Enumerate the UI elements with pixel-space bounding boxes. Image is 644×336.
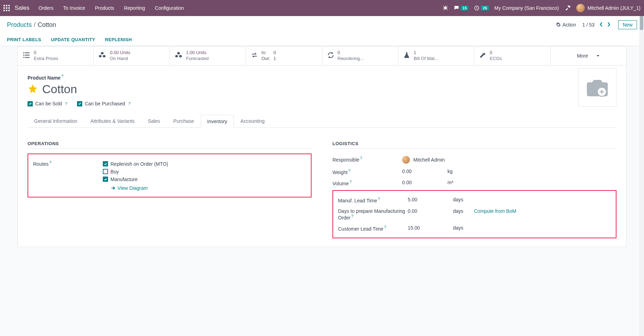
svg-rect-12: [25, 53, 30, 53]
stat-ecos[interactable]: 0ECOs: [474, 46, 550, 65]
help-icon[interactable]: ?: [351, 214, 353, 218]
apps-icon[interactable]: [3, 5, 10, 11]
tab-purchase[interactable]: Purchase: [167, 114, 200, 127]
help-icon[interactable]: ?: [65, 102, 67, 106]
form-card: Product Name? Cotton Can be Sold? Can be…: [17, 66, 627, 247]
menu-products[interactable]: Products: [95, 5, 114, 11]
can-be-purchased-checkbox[interactable]: Can be Purchased?: [77, 101, 130, 106]
tab-accounting[interactable]: Accounting: [234, 114, 271, 127]
tab-inventory[interactable]: Inventory: [201, 115, 234, 128]
chat-icon: [454, 5, 459, 11]
help-icon[interactable]: ?: [360, 156, 362, 160]
stat-extra-prices[interactable]: 0Extra Prices: [18, 46, 94, 65]
product-name[interactable]: Cotton: [42, 82, 77, 96]
app-brand[interactable]: Sales: [15, 5, 30, 12]
user-name: Mitchell Admin (JULY_1): [588, 5, 641, 11]
menu-to-invoice[interactable]: To Invoice: [63, 5, 85, 11]
logistics-section: LOGISTICS Responsible? Mitchell Admin We…: [332, 141, 616, 238]
stat-bom[interactable]: 1Bill Of Mat...: [398, 46, 474, 65]
tab-sales[interactable]: Sales: [141, 114, 167, 127]
header-row: Products/Cotton Action 1 / 53 New: [0, 16, 644, 33]
transfer-icon: [251, 52, 258, 60]
view-diagram-link[interactable]: View Diagram: [111, 185, 306, 191]
tools-icon[interactable]: [565, 5, 571, 12]
list-icon: [23, 51, 30, 60]
update-quantity-button[interactable]: UPDATE QUANTITY: [51, 37, 95, 42]
help-icon[interactable]: ?: [378, 197, 380, 201]
activities-button[interactable]: 26: [474, 5, 489, 11]
svg-rect-0: [3, 5, 5, 6]
route-manufacture-checkbox[interactable]: Manufacture: [103, 176, 306, 183]
menu-configuration[interactable]: Configuration: [155, 5, 184, 11]
topbar: Sales Orders To Invoice Products Reporti…: [0, 0, 644, 16]
logistics-title: LOGISTICS: [332, 141, 616, 149]
svg-point-11: [23, 52, 24, 53]
gear-icon: [556, 22, 561, 27]
svg-rect-7: [6, 10, 7, 11]
print-labels-button[interactable]: PRINT LABELS: [7, 37, 41, 42]
pager-prev[interactable]: [598, 21, 604, 29]
operations-section: OPERATIONS Routes? Replenish on Order (M…: [28, 141, 312, 238]
help-icon[interactable]: ?: [128, 102, 130, 106]
new-button[interactable]: New: [618, 20, 637, 29]
bug-icon[interactable]: [443, 5, 448, 12]
stat-forecasted[interactable]: 1.00 UnitsForecasted: [170, 46, 246, 65]
svg-rect-1: [6, 5, 7, 6]
svg-rect-3: [3, 7, 5, 9]
avatar: [576, 4, 585, 12]
top-menu: Orders To Invoice Products Reporting Con…: [39, 5, 184, 11]
can-be-sold-checkbox[interactable]: Can be Sold?: [28, 101, 67, 106]
tab-attributes-variants[interactable]: Attributes & Variants: [84, 114, 141, 127]
flask-icon: [403, 52, 410, 60]
breadcrumb-current: Cotton: [38, 21, 56, 28]
messages-button[interactable]: 15: [454, 5, 468, 11]
activities-badge: 26: [481, 6, 489, 10]
boxes-icon: [175, 51, 183, 60]
refresh-icon: [327, 52, 334, 60]
route-mto-checkbox[interactable]: Replenish on Order (MTO): [103, 160, 306, 168]
menu-orders[interactable]: Orders: [39, 5, 54, 11]
routes-label: Routes: [33, 161, 48, 166]
toolbar: PRINT LABELS UPDATE QUANTITY REPLENISH: [0, 33, 644, 46]
favorite-star-icon[interactable]: [28, 83, 38, 95]
pager: 1 / 53: [582, 21, 612, 29]
help-icon[interactable]: ?: [350, 180, 352, 184]
svg-rect-16: [25, 57, 30, 58]
stat-on-hand[interactable]: 0.00 UnitsOn Hand: [94, 46, 170, 65]
stat-in-out[interactable]: In:0 Out:1: [246, 46, 322, 65]
replenish-button[interactable]: REPLENISH: [105, 37, 132, 42]
help-icon[interactable]: ?: [61, 74, 63, 78]
tab-general-information[interactable]: General Information: [28, 114, 84, 127]
breadcrumb: Products/Cotton: [7, 21, 56, 29]
product-name-label: Product Name: [28, 75, 61, 80]
pager-next[interactable]: [606, 21, 612, 29]
stat-reordering[interactable]: 0Reordering...: [322, 46, 398, 65]
help-icon[interactable]: ?: [348, 169, 350, 173]
breadcrumb-root[interactable]: Products: [7, 21, 32, 28]
camera-plus-icon: [585, 77, 610, 98]
svg-rect-14: [25, 55, 30, 55]
messages-badge: 15: [461, 6, 468, 10]
operations-title: OPERATIONS: [28, 141, 312, 149]
stat-more[interactable]: More: [551, 46, 626, 65]
svg-rect-6: [3, 10, 5, 11]
scrollbar[interactable]: [639, 16, 644, 261]
company-switcher[interactable]: My Company (San Francisco): [495, 5, 559, 11]
tabs: General Information Attributes & Variant…: [28, 114, 616, 128]
help-icon[interactable]: ?: [384, 225, 386, 229]
menu-reporting[interactable]: Reporting: [124, 5, 145, 11]
boxes-icon: [99, 51, 106, 60]
route-buy-checkbox[interactable]: Buy: [103, 168, 306, 176]
arrow-right-icon: [111, 186, 115, 190]
svg-point-9: [444, 7, 447, 9]
help-icon[interactable]: ?: [49, 160, 51, 164]
action-menu[interactable]: Action: [556, 22, 576, 28]
user-menu[interactable]: Mitchell Admin (JULY_1): [576, 4, 641, 12]
routes-highlight: Routes? Replenish on Order (MTO) Buy Man…: [28, 154, 312, 197]
compute-from-bom-link[interactable]: Compute from BoM: [474, 208, 516, 214]
svg-point-13: [23, 55, 24, 56]
volume-field: Volume? 0.00m³: [332, 177, 616, 189]
pager-range[interactable]: 1 / 53: [582, 22, 595, 28]
svg-rect-8: [8, 10, 10, 11]
product-image-placeholder[interactable]: [578, 68, 616, 107]
